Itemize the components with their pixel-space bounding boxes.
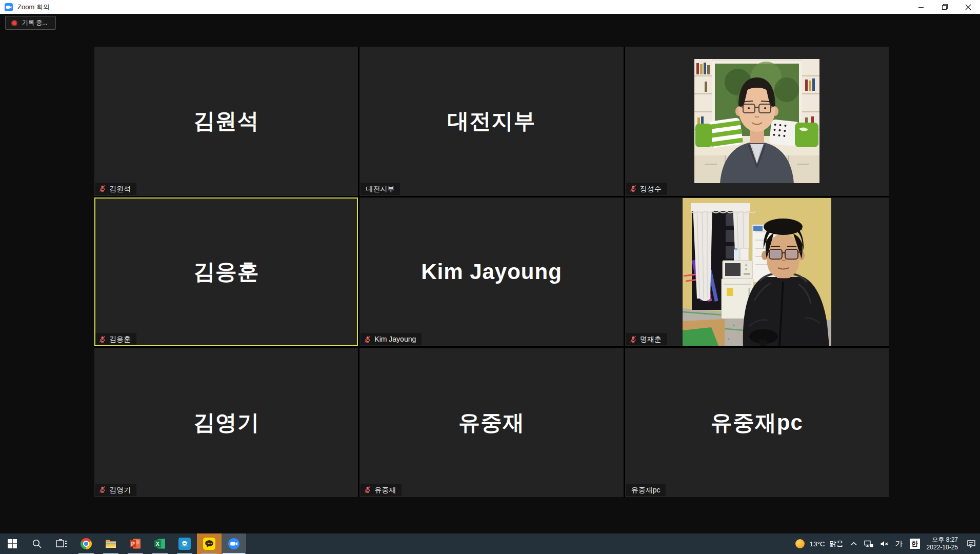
recording-indicator[interactable]: 기록 중... <box>5 16 56 30</box>
participant-name-large: 유중재 <box>359 348 623 497</box>
system-tray: 13°C 맑음 가 한 오후 8:27 2022 <box>795 533 980 554</box>
weather-temperature: 13°C <box>809 540 825 548</box>
restore-icon <box>942 4 948 10</box>
kakaotalk-icon: TALK <box>203 538 215 550</box>
powerpoint-icon: P <box>129 538 142 550</box>
video-feed-jeongseongsu <box>694 59 819 183</box>
windows-taskbar: P X 호 TALK 13°C 맑음 <box>0 533 980 554</box>
close-icon <box>965 4 971 10</box>
weather-condition: 맑음 <box>830 539 844 548</box>
participant-name-large: 유중재pc <box>625 348 889 497</box>
restore-button[interactable] <box>933 0 956 14</box>
participant-name-tag: 김영기 <box>95 484 136 496</box>
file-explorer-icon <box>105 538 117 550</box>
participant-tile[interactable]: 명재춘 <box>625 197 889 347</box>
svg-text:P: P <box>131 541 135 547</box>
action-center-button[interactable] <box>967 540 976 548</box>
participant-name-label: 김응훈 <box>109 335 131 343</box>
excel-icon: X <box>154 538 166 550</box>
participant-name-label: 명재춘 <box>640 335 662 343</box>
taskbar-kakaotalk-button[interactable]: TALK <box>197 533 222 554</box>
window-titlebar: Zoom 회의 <box>0 0 980 14</box>
taskbar-weather-widget[interactable]: 13°C 맑음 <box>795 539 843 548</box>
participant-name-large: Kim Jayoung <box>359 197 623 347</box>
close-button[interactable] <box>956 0 980 14</box>
participant-name-large: 김영기 <box>94 348 358 497</box>
window-title: Zoom 회의 <box>17 3 50 12</box>
minimize-icon <box>918 4 924 10</box>
notification-icon <box>967 540 976 548</box>
participant-name-label: Kim Jayoung <box>374 335 416 343</box>
meeting-canvas: 기록 중... 김원석 김원석 대전지부 대전지부 <box>0 14 980 533</box>
volume-status[interactable] <box>880 540 889 547</box>
participant-name-large: 김원석 <box>94 47 358 196</box>
participant-name-tag: 정성수 <box>626 183 667 195</box>
search-icon <box>32 539 42 549</box>
participant-tile[interactable]: 대전지부 대전지부 <box>359 47 623 196</box>
chevron-up-icon <box>850 541 857 547</box>
taskbar-excel-button[interactable]: X <box>148 533 172 554</box>
participant-name-tag: 대전지부 <box>361 183 400 195</box>
taskbar-search-button[interactable] <box>25 533 49 554</box>
muted-mic-icon <box>98 335 106 343</box>
participant-grid: 김원석 김원석 대전지부 대전지부 <box>94 47 889 497</box>
minimize-button[interactable] <box>909 0 933 14</box>
hancom-office-icon: 호 <box>178 538 191 550</box>
zoom-taskbar-icon <box>228 538 240 550</box>
participant-name-label: 유중재 <box>374 486 396 494</box>
participant-tile[interactable]: 김원석 김원석 <box>94 47 358 196</box>
participant-tile-active-speaker[interactable]: 김응훈 김응훈 <box>94 197 358 347</box>
task-view-icon <box>56 539 67 548</box>
participant-name-tag: 유중재pc <box>626 484 666 496</box>
ime-mode-indicator[interactable]: 가 <box>895 539 903 549</box>
svg-text:TALK: TALK <box>206 542 212 545</box>
tray-overflow-chevron[interactable] <box>850 541 857 547</box>
participant-tile[interactable]: Kim Jayoung Kim Jayoung <box>359 197 623 347</box>
participant-tile[interactable]: 정성수 <box>625 47 889 196</box>
participant-name-label: 김원석 <box>109 185 131 193</box>
taskbar-clock[interactable]: 오후 8:27 2022-10-25 <box>927 536 958 551</box>
clock-date: 2022-10-25 <box>927 544 958 551</box>
network-status[interactable] <box>864 540 873 548</box>
participant-video <box>625 197 889 347</box>
taskbar-zoom-button[interactable] <box>222 533 246 554</box>
windows-start-icon <box>8 539 17 548</box>
taskbar-hancom-button[interactable]: 호 <box>172 533 197 554</box>
participant-name-large: 김응훈 <box>94 197 358 347</box>
task-view-button[interactable] <box>49 533 74 554</box>
muted-mic-icon <box>98 486 106 493</box>
weather-sun-icon <box>795 539 805 548</box>
participant-name-tag: 명재춘 <box>626 333 667 345</box>
muted-mic-icon <box>629 335 637 343</box>
taskbar-chrome-button[interactable] <box>74 533 98 554</box>
participant-tile[interactable]: 김영기 김영기 <box>94 348 358 497</box>
participant-name-tag: 김응훈 <box>95 333 136 345</box>
chrome-icon <box>81 538 92 549</box>
muted-mic-icon <box>364 335 371 343</box>
record-dot-icon <box>11 20 17 26</box>
network-icon <box>864 540 873 548</box>
muted-mic-icon <box>364 486 371 493</box>
muted-mic-icon <box>98 185 106 192</box>
video-feed-myeongjaechun <box>683 198 831 346</box>
taskbar-file-explorer-button[interactable] <box>98 533 123 554</box>
participant-name-label: 정성수 <box>640 185 662 193</box>
participant-video <box>625 47 889 196</box>
recording-label: 기록 중... <box>22 18 47 27</box>
participant-name-tag: 유중재 <box>361 484 402 496</box>
clock-time: 오후 8:27 <box>927 536 958 544</box>
taskbar-powerpoint-button[interactable]: P <box>123 533 148 554</box>
participant-name-label: 유중재pc <box>631 486 661 494</box>
participant-tile[interactable]: 유중재pc 유중재pc <box>625 348 889 497</box>
start-button[interactable] <box>0 533 25 554</box>
participant-name-tag: 김원석 <box>95 183 136 195</box>
muted-mic-icon <box>629 185 637 192</box>
svg-text:X: X <box>156 541 159 547</box>
zoom-app-icon <box>5 3 13 11</box>
participant-tile[interactable]: 유중재 유중재 <box>359 348 623 497</box>
participant-name-label: 김영기 <box>109 486 131 494</box>
participant-name-label: 대전지부 <box>366 185 394 193</box>
ime-language-indicator[interactable]: 한 <box>910 539 920 549</box>
participant-name-large: 대전지부 <box>359 47 623 196</box>
speaker-muted-icon <box>880 540 889 547</box>
